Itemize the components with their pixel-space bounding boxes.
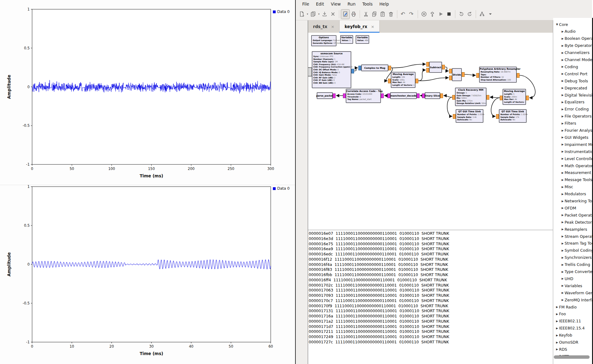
block-parse-packet[interactable]: parse_packet — [317, 92, 333, 99]
chevron-right-icon[interactable]: ▶ — [561, 171, 565, 174]
tree-item-equalizers[interactable]: ▶Equalizers — [561, 99, 584, 105]
port-in[interactable] — [449, 69, 452, 73]
connection[interactable] — [491, 98, 500, 116]
tree-item-file-operators[interactable]: ▶File Operators — [561, 113, 591, 120]
tree-item-measurement-tools[interactable]: ▶Measurement Tools — [561, 169, 592, 176]
tree-item-uhd[interactable]: ▶UHD — [561, 275, 573, 282]
port-out[interactable] — [422, 93, 425, 98]
tree-item-stream-operators[interactable]: ▶Stream Operators — [561, 233, 592, 240]
delete-button[interactable] — [387, 10, 395, 19]
save-flowgraph-button[interactable] — [320, 10, 329, 19]
close-tab-icon[interactable]: × — [371, 24, 374, 29]
redo-button[interactable]: ↷ — [407, 10, 416, 19]
tree-item-error-coding[interactable]: ▶Error Coding — [561, 106, 589, 113]
block-variable2[interactable]: VariableValue: 48k — [356, 35, 369, 44]
connection[interactable] — [418, 70, 426, 81]
chevron-right-icon[interactable]: ▶ — [561, 44, 565, 47]
tree-item-ieee802-15-4[interactable]: ▶IEEE802.15.4 — [555, 325, 585, 332]
menu-item-run[interactable]: Run — [345, 1, 358, 7]
tree-item-message-tools[interactable]: ▶Message Tools — [561, 176, 592, 183]
chevron-right-icon[interactable]: ▶ — [561, 256, 565, 259]
dropdown-caret-icon[interactable]: ▾ — [317, 13, 320, 15]
library-horizontal-scrollbar[interactable] — [554, 355, 590, 359]
chevron-right-icon[interactable]: ▶ — [561, 108, 565, 111]
kill-button[interactable] — [420, 10, 428, 19]
block-time-sink-1[interactable]: QT GUI Time SinkNumber of Points: 1.024k… — [456, 109, 483, 123]
tree-item-misc[interactable]: ▶Misc — [561, 184, 573, 190]
tree-item-networking-tools[interactable]: ▶Networking Tools — [561, 198, 592, 205]
chevron-right-icon[interactable]: ▶ — [555, 320, 559, 323]
tab-rds_tx[interactable]: rds_tx× — [308, 20, 340, 33]
chevron-right-icon[interactable]: ▶ — [561, 213, 565, 217]
print-button[interactable] — [349, 10, 358, 19]
block-moving-average-2[interactable]: Moving AverageLength: 5Scale: 200mMax It… — [503, 89, 526, 105]
edit-properties-button[interactable] — [341, 10, 349, 19]
chevron-right-icon[interactable]: ▶ — [561, 270, 565, 273]
new-flowgraph-button[interactable] — [298, 10, 306, 19]
chevron-right-icon[interactable]: ▶ — [561, 51, 565, 54]
chevron-right-icon[interactable]: ▶ — [561, 284, 565, 287]
block-polyphase[interactable]: Polyphase Arbitrary ResamplerResampling … — [479, 67, 517, 83]
tree-item-boolean-operators[interactable]: ▶Boolean Operators — [561, 35, 592, 42]
tree-item-foo[interactable]: ▶Foo — [555, 311, 566, 317]
tree-item-impairment-models[interactable]: ▶Impairment Models — [561, 141, 592, 148]
block-manchester-decode[interactable]: manchester_decode — [390, 92, 417, 99]
tree-item-byte-operators[interactable]: ▶Byte Operators — [561, 42, 592, 49]
chevron-right-icon[interactable]: ▶ — [561, 206, 565, 209]
chevron-right-icon[interactable]: ▶ — [561, 101, 565, 104]
chevron-right-icon[interactable]: ▶ — [561, 200, 565, 203]
chevron-right-icon[interactable]: ▶ — [561, 150, 565, 153]
chevron-down-icon[interactable]: ▼ — [555, 23, 559, 26]
port-in[interactable] — [426, 68, 429, 72]
chevron-right-icon[interactable]: ▶ — [561, 164, 565, 167]
port-out[interactable] — [416, 79, 418, 83]
connection[interactable] — [447, 97, 452, 116]
flowgraph-canvas[interactable]: OptionsOutput Language: PythonGenerate O… — [308, 33, 553, 250]
tree-item-debug-tools[interactable]: ▶Debug Tools — [561, 77, 588, 84]
chevron-right-icon[interactable]: ▶ — [561, 143, 565, 146]
tab-keyfob_rx[interactable]: keyfob_rx× — [340, 20, 379, 33]
tree-item-keyfob[interactable]: ▶Keyfob — [555, 332, 572, 339]
chevron-right-icon[interactable]: ▶ — [561, 30, 565, 33]
connection[interactable] — [490, 97, 500, 98]
chevron-right-icon[interactable]: ▶ — [561, 192, 565, 196]
chevron-right-icon[interactable]: ▶ — [561, 249, 565, 252]
menu-item-help[interactable]: Help — [377, 1, 392, 7]
tree-item-osmosdr[interactable]: ▶OsmoSDR — [555, 339, 578, 346]
tree-item-peak-detectors[interactable]: ▶Peak Detectors — [561, 219, 592, 225]
view-errors-button[interactable] — [428, 10, 436, 19]
chevron-right-icon[interactable]: ▶ — [561, 185, 565, 188]
tree-item-instrumentation[interactable]: ▶Instrumentation — [561, 148, 592, 155]
tree-item-coding[interactable]: ▶Coding — [561, 63, 578, 70]
tree-item-fm-radio[interactable]: ▶FM Radio — [555, 304, 577, 310]
port-out[interactable] — [452, 95, 455, 100]
chevron-right-icon[interactable]: ▶ — [555, 312, 559, 316]
chevron-right-icon[interactable]: ▶ — [561, 157, 565, 160]
tree-item-channelizers[interactable]: ▶Channelizers — [561, 49, 590, 56]
run-button[interactable] — [436, 10, 445, 19]
menu-item-file[interactable]: File — [299, 1, 312, 7]
chevron-right-icon[interactable]: ▶ — [561, 72, 565, 75]
block-osmocom-source[interactable]: osmocom SourceSync: Unknown PPSNumber Ch… — [312, 51, 351, 88]
chevron-right-icon[interactable]: ▶ — [561, 277, 565, 280]
block-clock-recovery[interactable]: Clock Recovery MMOmega: 5Gain Omega: 7.6… — [455, 88, 487, 106]
block-subtract[interactable]: Subtract — [429, 62, 442, 73]
close-tab-icon[interactable]: × — [331, 24, 334, 29]
block-options[interactable]: OptionsOutput Language: PythonGenerate O… — [311, 35, 336, 46]
chevron-right-icon[interactable]: ▶ — [555, 305, 559, 308]
connection[interactable] — [445, 67, 449, 71]
connection[interactable] — [354, 68, 358, 71]
chevron-right-icon[interactable]: ▶ — [561, 263, 565, 266]
cut-button[interactable] — [362, 10, 370, 19]
chevron-right-icon[interactable]: ▶ — [561, 242, 565, 245]
chevron-right-icon[interactable]: ▶ — [561, 298, 565, 301]
tree-item-channel-models[interactable]: ▶Channel Models — [561, 56, 592, 63]
port-out[interactable] — [388, 66, 391, 70]
copy-button[interactable] — [370, 10, 378, 19]
connection[interactable] — [465, 74, 476, 75]
menu-item-view[interactable]: View — [328, 1, 344, 7]
tree-item-waveform-generators[interactable]: ▶Waveform Generators — [561, 289, 592, 296]
chevron-right-icon[interactable]: ▶ — [555, 348, 559, 351]
port-in[interactable] — [381, 93, 384, 98]
tree-item-modulators[interactable]: ▶Modulators — [561, 191, 586, 197]
